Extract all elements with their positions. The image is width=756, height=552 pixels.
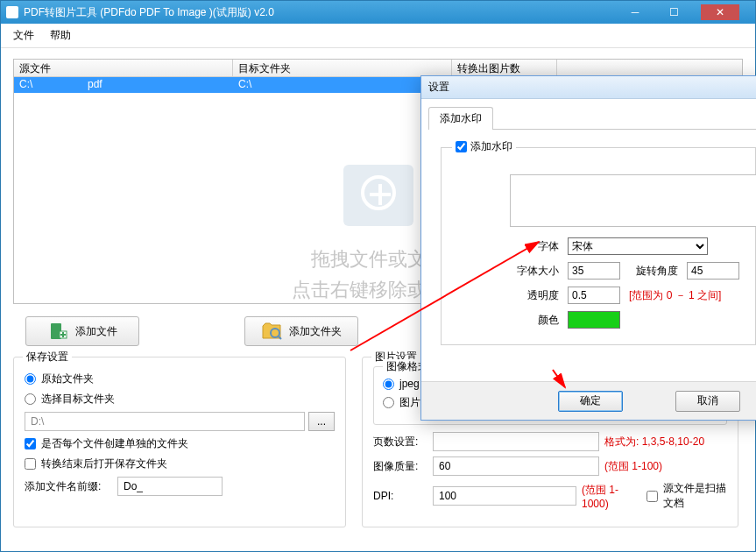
window-controls: ─ ☐ ✕: [624, 4, 739, 20]
radio-jpeg-label: jpeg: [399, 378, 420, 390]
watermark-text-input[interactable]: [510, 174, 756, 227]
maximize-button[interactable]: ☐: [662, 4, 685, 20]
browse-button[interactable]: ...: [308, 412, 335, 431]
chk-per-file-folder[interactable]: [25, 438, 36, 449]
main-titlebar[interactable]: PDF转图片工具 (PDFdo PDF To Image )(试用版) v2.0…: [1, 1, 755, 24]
chk-per-file-folder-label: 是否每个文件创建单独的文件夹: [41, 436, 188, 451]
th-count[interactable]: 转换出图片数: [452, 60, 557, 76]
cell-src-file: pdf: [88, 78, 102, 92]
radio-jpeg[interactable]: [383, 379, 394, 390]
dpi-input[interactable]: [433, 486, 576, 506]
size-label: 字体大小: [510, 264, 559, 279]
menu-help[interactable]: 帮助: [50, 28, 71, 43]
add-folder-button[interactable]: 添加文件夹: [244, 316, 358, 346]
chk-open-after-label: 转换结束后打开保存文件夹: [41, 456, 167, 471]
minimize-button[interactable]: ─: [624, 4, 646, 20]
radio-orig-folder-label: 原始文件夹: [41, 372, 94, 386]
add-folder-icon: [261, 321, 282, 342]
save-groupbox: 保存设置 原始文件夹 选择目标文件夹 ... 是否每个文件创建单独的文件夹: [13, 357, 346, 527]
font-label: 字体: [510, 239, 559, 254]
add-folder-label: 添加文件夹: [289, 324, 342, 339]
quality-input[interactable]: [433, 456, 599, 476]
tabstrip: 添加水印: [428, 106, 756, 130]
cell-dest: C:\: [233, 77, 452, 93]
table-header: 源文件 目标文件夹 转换出图片数: [14, 60, 742, 77]
drop-folder-icon: [343, 165, 413, 226]
chk-add-watermark[interactable]: [456, 141, 467, 152]
size-input[interactable]: [568, 262, 620, 280]
add-file-button[interactable]: 添加文件: [25, 316, 139, 346]
opacity-hint: [范围为 0 － 1 之间]: [629, 288, 721, 303]
app-icon: [6, 6, 18, 18]
opacity-input[interactable]: [568, 287, 620, 304]
pages-input[interactable]: [433, 432, 599, 451]
quality-hint: (范围 1-100): [604, 459, 662, 474]
quality-label: 图像质量:: [373, 459, 427, 474]
cancel-button[interactable]: 取消: [675, 391, 740, 412]
save-legend: 保存设置: [23, 350, 72, 364]
color-swatch[interactable]: [568, 311, 620, 329]
close-button[interactable]: ✕: [701, 4, 739, 20]
menu-file[interactable]: 文件: [13, 28, 34, 43]
font-select[interactable]: 宋体: [568, 237, 708, 255]
radio-pdf-image[interactable]: [383, 397, 394, 408]
chk-src-scan[interactable]: [646, 491, 658, 502]
dialog-body: 添加水印 添加水印 字体 宋体 字体大小 旋转角度 透明度: [421, 99, 756, 381]
pages-hint: 格式为: 1,3,5-8,10-20: [604, 435, 704, 449]
dpi-hint: (范围 1-1000): [582, 483, 630, 510]
add-file-icon: [47, 321, 68, 342]
radio-choose-folder-label: 选择目标文件夹: [41, 392, 115, 407]
add-file-label: 添加文件: [75, 324, 117, 339]
prefix-input[interactable]: [117, 477, 223, 496]
dialog-title: 设置: [428, 80, 449, 95]
th-source[interactable]: 源文件: [14, 60, 233, 76]
prefix-label: 添加文件名前缀:: [25, 479, 112, 494]
dest-path-input[interactable]: [25, 412, 305, 431]
chk-src-scan-label: 源文件是扫描文档: [663, 481, 727, 511]
watermark-groupbox: 添加水印 字体 宋体 字体大小 旋转角度 透明度 [范围为 0 － 1 之间]: [441, 147, 756, 345]
tab-watermark[interactable]: 添加水印: [428, 107, 493, 130]
color-label: 颜色: [510, 313, 559, 328]
rotate-input[interactable]: [687, 262, 739, 280]
th-dest[interactable]: 目标文件夹: [233, 60, 452, 76]
pages-label: 页数设置:: [373, 435, 427, 449]
chk-add-watermark-label: 添加水印: [470, 139, 512, 154]
rotate-label: 旋转角度: [629, 264, 678, 279]
window-title: PDF转图片工具 (PDFdo PDF To Image )(试用版) v2.0: [24, 5, 624, 20]
dialog-titlebar[interactable]: 设置: [421, 76, 756, 99]
radio-orig-folder[interactable]: [25, 373, 36, 385]
dpi-label: DPI:: [373, 490, 427, 502]
radio-choose-folder[interactable]: [25, 393, 36, 405]
menubar: 文件 帮助: [1, 24, 755, 48]
ok-button[interactable]: 确定: [558, 391, 623, 412]
dialog-footer: 确定 取消: [421, 381, 756, 420]
cell-src-dir: C:\: [19, 78, 88, 92]
opacity-label: 透明度: [510, 288, 559, 303]
chk-open-after[interactable]: [25, 458, 36, 470]
settings-dialog: 设置 添加水印 添加水印 字体 宋体 字体大小 旋转角度: [420, 75, 756, 421]
